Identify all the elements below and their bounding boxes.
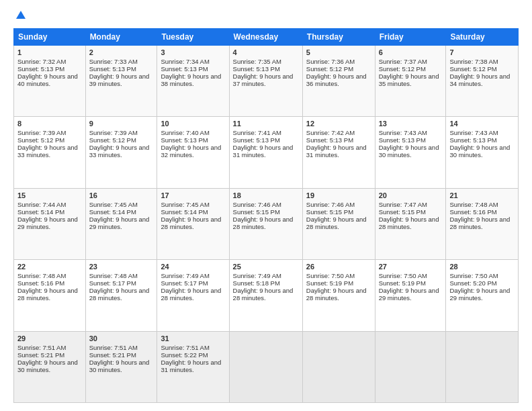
sunrise: Sunrise: 7:38 AM [449, 58, 498, 65]
sunset: Sunset: 5:16 PM [449, 208, 496, 216]
calendar-cell: 3Sunrise: 7:34 AMSunset: 5:13 PMDaylight… [157, 46, 229, 117]
calendar-cell: 13Sunrise: 7:43 AMSunset: 5:13 PMDayligh… [375, 117, 446, 188]
sunset: Sunset: 5:13 PM [449, 136, 496, 144]
sunset: Sunset: 5:13 PM [233, 65, 280, 73]
sunset: Sunset: 5:16 PM [17, 279, 64, 287]
sunrise: Sunrise: 7:35 AM [233, 58, 281, 65]
sunrise: Sunrise: 7:46 AM [233, 201, 281, 208]
sunset: Sunset: 5:12 PM [89, 136, 136, 144]
calendar-cell: 2Sunrise: 7:33 AMSunset: 5:13 PMDaylight… [85, 46, 157, 117]
calendar: Sunday Monday Tuesday Wednesday Thursday… [13, 28, 519, 403]
sunset: Sunset: 5:13 PM [17, 65, 64, 73]
daylight-label: Daylight: 9 hours and 28 minutes. [379, 216, 439, 230]
sunset: Sunset: 5:13 PM [233, 136, 280, 144]
sunrise: Sunrise: 7:51 AM [161, 344, 209, 351]
daylight-label: Daylight: 9 hours and 30 minutes. [379, 144, 439, 158]
sunrise: Sunrise: 7:36 AM [306, 58, 355, 65]
day-number: 1 [17, 48, 82, 56]
calendar-cell: 6Sunrise: 7:37 AMSunset: 5:12 PMDaylight… [375, 46, 446, 117]
calendar-cell: 31Sunrise: 7:51 AMSunset: 5:22 PMDayligh… [157, 331, 229, 402]
sunset: Sunset: 5:13 PM [89, 65, 136, 73]
day-number: 21 [449, 191, 515, 199]
day-number: 19 [306, 191, 371, 199]
sunrise: Sunrise: 7:32 AM [17, 58, 66, 65]
header-row: Sunday Monday Tuesday Wednesday Thursday… [14, 29, 519, 46]
calendar-cell: 21Sunrise: 7:48 AMSunset: 5:16 PMDayligh… [446, 188, 519, 259]
sunset: Sunset: 5:14 PM [17, 208, 64, 216]
daylight-label: Daylight: 9 hours and 37 minutes. [233, 73, 294, 87]
col-sunday: Sunday [14, 29, 86, 46]
calendar-cell: 17Sunrise: 7:45 AMSunset: 5:14 PMDayligh… [157, 188, 229, 259]
sunrise: Sunrise: 7:50 AM [306, 272, 355, 279]
col-saturday: Saturday [446, 29, 519, 46]
day-number: 30 [89, 334, 154, 342]
daylight-label: Daylight: 9 hours and 33 minutes. [17, 144, 78, 158]
sunset: Sunset: 5:14 PM [89, 208, 136, 216]
day-number: 29 [17, 334, 82, 342]
day-number: 20 [379, 191, 443, 199]
daylight-label: Daylight: 9 hours and 28 minutes. [161, 216, 221, 230]
sunrise: Sunrise: 7:50 AM [449, 272, 498, 279]
sunrise: Sunrise: 7:48 AM [17, 272, 66, 279]
calendar-cell: 26Sunrise: 7:50 AMSunset: 5:19 PMDayligh… [302, 260, 375, 331]
sunset: Sunset: 5:19 PM [379, 279, 426, 287]
daylight-label: Daylight: 9 hours and 33 minutes. [89, 144, 150, 158]
day-number: 9 [89, 120, 154, 128]
calendar-week-3: 15Sunrise: 7:44 AMSunset: 5:14 PMDayligh… [14, 188, 519, 259]
sunset: Sunset: 5:22 PM [161, 351, 208, 359]
daylight-label: Daylight: 9 hours and 31 minutes. [161, 359, 221, 373]
daylight-label: Daylight: 9 hours and 28 minutes. [306, 216, 367, 230]
daylight-label: Daylight: 9 hours and 28 minutes. [306, 287, 367, 302]
sunset: Sunset: 5:15 PM [379, 208, 426, 216]
daylight-label: Daylight: 9 hours and 28 minutes. [89, 287, 150, 302]
sunrise: Sunrise: 7:48 AM [89, 272, 138, 279]
daylight-label: Daylight: 9 hours and 38 minutes. [161, 73, 221, 87]
sunrise: Sunrise: 7:49 AM [233, 272, 281, 279]
sunrise: Sunrise: 7:49 AM [161, 272, 209, 279]
calendar-cell: 19Sunrise: 7:46 AMSunset: 5:15 PMDayligh… [302, 188, 375, 259]
calendar-cell: 14Sunrise: 7:43 AMSunset: 5:13 PMDayligh… [446, 117, 519, 188]
sunrise: Sunrise: 7:39 AM [17, 129, 66, 136]
calendar-week-2: 8Sunrise: 7:39 AMSunset: 5:12 PMDaylight… [14, 117, 519, 188]
sunrise: Sunrise: 7:37 AM [379, 58, 427, 65]
day-number: 11 [233, 120, 299, 128]
day-number: 28 [449, 263, 515, 271]
calendar-cell: 4Sunrise: 7:35 AMSunset: 5:13 PMDaylight… [229, 46, 302, 117]
sunset: Sunset: 5:13 PM [161, 136, 208, 144]
calendar-cell: 24Sunrise: 7:49 AMSunset: 5:17 PMDayligh… [157, 260, 229, 331]
day-number: 7 [449, 48, 515, 56]
svg-marker-0 [16, 11, 26, 19]
daylight-label: Daylight: 9 hours and 32 minutes. [161, 144, 221, 158]
sunset: Sunset: 5:12 PM [306, 65, 353, 73]
calendar-cell: 30Sunrise: 7:51 AMSunset: 5:21 PMDayligh… [85, 331, 157, 402]
sunrise: Sunrise: 7:34 AM [161, 58, 209, 65]
sunset: Sunset: 5:13 PM [379, 136, 426, 144]
sunset: Sunset: 5:21 PM [17, 351, 64, 359]
calendar-cell [446, 331, 519, 402]
daylight-label: Daylight: 9 hours and 28 minutes. [233, 287, 294, 302]
day-number: 15 [17, 191, 82, 199]
day-number: 27 [379, 263, 443, 271]
sunrise: Sunrise: 7:39 AM [89, 129, 138, 136]
sunset: Sunset: 5:14 PM [161, 208, 208, 216]
calendar-cell: 28Sunrise: 7:50 AMSunset: 5:20 PMDayligh… [446, 260, 519, 331]
calendar-cell: 9Sunrise: 7:39 AMSunset: 5:12 PMDaylight… [85, 117, 157, 188]
day-number: 23 [89, 263, 154, 271]
day-number: 3 [161, 48, 225, 56]
day-number: 2 [89, 48, 154, 56]
logo-icon [15, 9, 27, 21]
col-tuesday: Tuesday [157, 29, 229, 46]
sunset: Sunset: 5:15 PM [233, 208, 280, 216]
day-number: 13 [379, 120, 443, 128]
sunrise: Sunrise: 7:46 AM [306, 201, 355, 208]
day-number: 16 [89, 191, 154, 199]
sunset: Sunset: 5:13 PM [306, 136, 353, 144]
calendar-cell: 22Sunrise: 7:48 AMSunset: 5:16 PMDayligh… [14, 260, 86, 331]
calendar-cell: 11Sunrise: 7:41 AMSunset: 5:13 PMDayligh… [229, 117, 302, 188]
col-friday: Friday [375, 29, 446, 46]
daylight-label: Daylight: 9 hours and 28 minutes. [449, 216, 510, 230]
calendar-cell: 25Sunrise: 7:49 AMSunset: 5:18 PMDayligh… [229, 260, 302, 331]
daylight-label: Daylight: 9 hours and 34 minutes. [449, 73, 510, 87]
calendar-table: Sunday Monday Tuesday Wednesday Thursday… [13, 28, 519, 403]
daylight-label: Daylight: 9 hours and 35 minutes. [379, 73, 439, 87]
